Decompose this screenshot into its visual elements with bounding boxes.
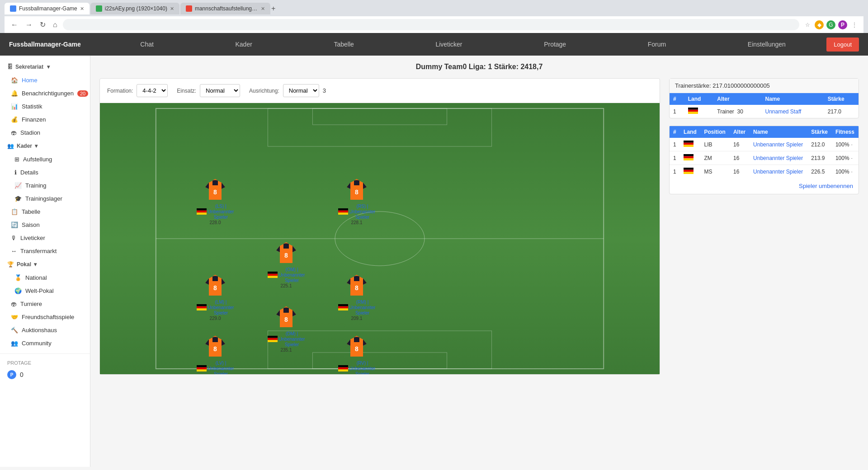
sidebar-item-benachrichtigungen[interactable]: 🔔 Benachrichtigungen 20 xyxy=(0,87,90,100)
flag-dm xyxy=(268,336,278,343)
sidebar-item-auktionshaus[interactable]: 🔨 Auktionshaus xyxy=(0,324,90,337)
player-name-lm[interactable]: (LM) | Unbenannter Spieler xyxy=(208,300,234,316)
tab2-close[interactable]: ✕ xyxy=(170,6,174,12)
svg-rect-57 xyxy=(684,154,693,156)
trainer-table-row: 1 Trainer 30 Unnamed Staff 217.0 xyxy=(670,105,859,118)
menu-icon[interactable]: ⋮ xyxy=(850,20,859,29)
sidebar-item-stadion[interactable]: 🏟 Stadion xyxy=(0,126,90,139)
tr-role: Trainer 30 xyxy=(713,105,761,118)
nav-protage[interactable]: Protage xyxy=(539,34,571,54)
sidebar-item-weltpokal[interactable]: 🌍 Welt-Pokal xyxy=(0,284,90,297)
nav-tabelle[interactable]: Tabelle xyxy=(329,34,358,54)
flag-lm xyxy=(197,304,207,312)
jersey-om: 8 xyxy=(268,242,304,266)
sidebar-item-training[interactable]: 📈 Training xyxy=(0,179,90,192)
back-button[interactable]: ← xyxy=(9,20,20,30)
nav-kader[interactable]: Kader xyxy=(231,34,256,54)
player-om[interactable]: 8 (OM) | Unbenannter Spieler 225.1 xyxy=(268,242,304,288)
browser-tab-1[interactable]: Fussballmanager-Game ✕ xyxy=(5,3,90,14)
player-rm[interactable]: 8 (RM) | Unbenannter Spieler 209.1 xyxy=(339,275,375,321)
player-lv[interactable]: 8 (LV) | Unbenannter Spieler 219.4 xyxy=(197,336,233,374)
sidebar-item-statistik[interactable]: 📊 Statistik xyxy=(0,100,90,113)
player-lm[interactable]: 8 (LM) | Unbenannter Spieler 229.0 xyxy=(197,275,233,321)
player-name-link[interactable]: Unbenannter Spieler xyxy=(753,141,803,148)
flag-rs xyxy=(338,208,348,216)
profile-icon[interactable]: P xyxy=(838,20,847,29)
finance-icon: 💰 xyxy=(11,116,18,123)
jersey-rm: 8 xyxy=(339,275,375,299)
nav-liveticker[interactable]: Liveticker xyxy=(431,34,467,54)
pr-nr: 1 xyxy=(670,165,680,179)
pr-pos: ZM xyxy=(701,151,730,165)
nav-forum[interactable]: Forum xyxy=(643,34,670,54)
sidebar-item-saison[interactable]: 🔄 Saison xyxy=(0,218,90,231)
player-name-ls[interactable]: (LS) | Unbenannter Spieler xyxy=(208,204,234,220)
player-ls[interactable]: 8 (LS) | Unbenannter Spieler 228.0 xyxy=(197,179,233,225)
tab3-label: mannschaftsaufstellung englisch... xyxy=(195,5,258,12)
browser-tab-2[interactable]: i22sAEy.png (868×470) ✕ xyxy=(90,3,179,14)
tab3-icon xyxy=(186,5,192,12)
sidebar-item-tabelle[interactable]: 📋 Tabelle xyxy=(0,205,90,218)
svg-text:8: 8 xyxy=(213,188,217,196)
sidebar-item-national[interactable]: 🏅 National xyxy=(0,271,90,284)
player-name-rv[interactable]: (RV) | Unbenannter Spieler xyxy=(349,361,376,374)
reload-button[interactable]: ↻ xyxy=(38,19,47,30)
tab1-label: Fussballmanager-Game xyxy=(19,5,77,12)
svg-rect-25 xyxy=(338,306,348,308)
svg-rect-22 xyxy=(197,308,207,310)
player-name-lv[interactable]: (LV) | Unbenannter Spieler xyxy=(208,361,234,374)
nav-chat[interactable]: Chat xyxy=(136,34,158,54)
url-bar[interactable]: localhost:8000/team/1 xyxy=(63,19,799,30)
right-panel: Trainerstärke: 217.01000000000005 # Land… xyxy=(669,78,859,375)
nav-items: Chat Kader Tabelle Liveticker Protage Fo… xyxy=(99,34,826,54)
star-icon[interactable]: ☆ xyxy=(803,20,812,29)
browser-tab-3[interactable]: mannschaftsaufstellung englisch... ✕ xyxy=(180,3,270,14)
sidebar-item-freundschaft[interactable]: 🤝 Freundschaftsspiele xyxy=(0,310,90,324)
home-button[interactable]: ⌂ xyxy=(51,20,59,30)
player-name-dm[interactable]: (DM) | Unbenannter Spieler xyxy=(279,331,305,348)
ext-icon1[interactable]: ◆ xyxy=(815,20,824,29)
sidebar-item-home[interactable]: 🏠 Home xyxy=(0,74,90,87)
jersey-ls: 8 xyxy=(197,179,233,203)
training-icon: 📈 xyxy=(14,182,22,189)
sidebar-item-community[interactable]: 👥 Community xyxy=(0,337,90,350)
player-rs[interactable]: 8 (RS) | Unbenannter Spieler 228.1 xyxy=(339,179,375,225)
player-name-link[interactable]: Unbenannter Spieler xyxy=(753,169,803,175)
player-dm[interactable]: 8 (DM) | Unbenannter Spieler 235.1 xyxy=(268,306,304,352)
pr-alter: 16 xyxy=(730,138,750,151)
sidebar-item-liveticker[interactable]: 🎙 Liveticker xyxy=(0,231,90,244)
svg-rect-8 xyxy=(197,208,207,211)
tab3-close[interactable]: ✕ xyxy=(261,6,265,12)
forward-button[interactable]: → xyxy=(24,20,34,30)
add-tab-button[interactable]: + xyxy=(271,3,275,14)
tab1-close[interactable]: ✕ xyxy=(80,6,84,12)
sidebar-item-transfermarkt[interactable]: ↔ Transfermarkt xyxy=(0,244,90,258)
sidebar-item-aufstellung[interactable]: ⊞ Aufstellung xyxy=(0,153,90,166)
sidebar-item-finanzen[interactable]: 💰 Finanzen xyxy=(0,113,90,126)
player-name-rm[interactable]: (RM) | Unbenannter Spieler xyxy=(349,300,376,316)
player-name-om[interactable]: (OM) | Unbenannter Spieler xyxy=(279,267,305,283)
einsatz-select[interactable]: Normal Offensiv Defensiv xyxy=(200,84,240,97)
umbenennen-link[interactable]: Spieler umbenennen xyxy=(670,178,859,194)
trainer-name-link[interactable]: Unnamed Staff xyxy=(765,108,802,115)
sidebar-item-details[interactable]: ℹ Details xyxy=(0,166,90,179)
player-rv[interactable]: 8 (RV) | Unbenannter Spieler 223.3 xyxy=(339,336,375,374)
formation-select[interactable]: 4-4-2 4-3-3 3-5-2 xyxy=(137,84,168,97)
logout-button[interactable]: Logout xyxy=(826,38,859,52)
svg-text:8: 8 xyxy=(213,284,217,291)
auktion-icon: 🔨 xyxy=(11,327,18,334)
pr-name: Unbenannter Spieler xyxy=(750,165,807,179)
nav-einstellungen[interactable]: Einstellungen xyxy=(743,34,790,54)
sidebar-item-trainingslager[interactable]: 🎓 Trainingslager xyxy=(0,192,90,205)
flag-rm xyxy=(338,304,348,312)
sidebar-section-kader[interactable]: 👥 Kader ▾ xyxy=(0,139,90,153)
pr-fitness: 100% - xyxy=(832,138,859,151)
ext-icon2[interactable]: G xyxy=(826,20,835,29)
sidebar-section-pokal[interactable]: 🏆 Pokal ▾ xyxy=(0,258,90,271)
formation-panel: Formation: 4-4-2 4-3-3 3-5-2 Einsatz: No… xyxy=(99,78,660,375)
trainingslager-icon: 🎓 xyxy=(14,195,22,202)
sidebar-item-turniere[interactable]: 🏟 Turniere xyxy=(0,297,90,310)
player-name-rs[interactable]: (RS) | Unbenannter Spieler xyxy=(349,204,376,220)
player-name-link[interactable]: Unbenannter Spieler xyxy=(753,155,803,161)
ausrichtung-select[interactable]: Normal Links Rechts xyxy=(283,84,319,97)
